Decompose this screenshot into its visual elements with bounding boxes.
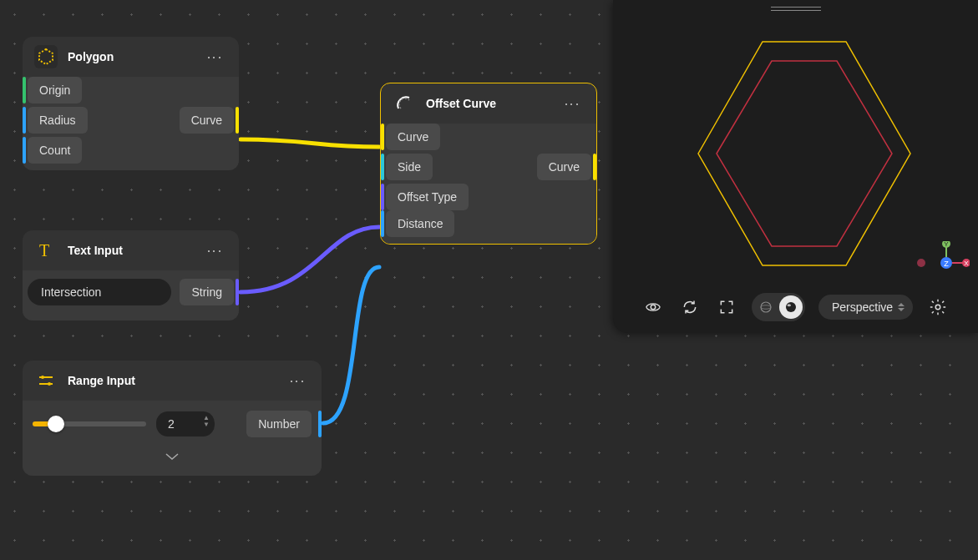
preview-canvas[interactable] xyxy=(613,0,978,333)
node-header[interactable]: Range Input ⋮ xyxy=(23,361,322,401)
port-distance[interactable]: Distance xyxy=(386,210,454,237)
outer-hexagon xyxy=(698,42,910,265)
node-title: Text Input xyxy=(68,244,192,257)
port-count[interactable]: Count xyxy=(28,137,82,164)
shading-solid-option[interactable] xyxy=(779,295,803,319)
inner-hexagon xyxy=(717,61,892,246)
node-range-input[interactable]: Range Input ⋮ 2 ▲ ▼ Number xyxy=(23,361,322,476)
polygon-icon xyxy=(34,45,58,68)
port-side[interactable]: Side xyxy=(386,154,433,180)
port-tick[interactable] xyxy=(381,154,384,180)
fullscreen-button[interactable] xyxy=(715,295,738,319)
node-menu-icon[interactable]: ⋮ xyxy=(560,95,585,113)
range-number-field[interactable]: 2 ▲ ▼ xyxy=(156,411,215,436)
range-value: 2 xyxy=(168,417,175,431)
dropdown-caret-icon xyxy=(898,303,905,311)
port-tick[interactable] xyxy=(381,184,384,210)
svg-point-16 xyxy=(787,304,791,306)
svg-point-13 xyxy=(761,302,771,312)
svg-point-14 xyxy=(761,305,771,310)
svg-point-17 xyxy=(935,305,940,310)
port-tick[interactable] xyxy=(318,411,322,437)
port-offset-type[interactable]: Offset Type xyxy=(386,184,469,210)
port-radius[interactable]: Radius xyxy=(28,107,88,134)
stepper-down-icon[interactable]: ▼ xyxy=(203,421,210,428)
svg-marker-0 xyxy=(39,49,53,64)
orbit-button[interactable] xyxy=(641,295,665,319)
port-tick[interactable] xyxy=(23,137,26,164)
view-mode-dropdown[interactable]: Perspective xyxy=(818,295,913,320)
node-title: Range Input xyxy=(68,374,275,387)
node-menu-icon[interactable]: ⋮ xyxy=(202,48,227,66)
node-header[interactable]: Offset Curve ⋮ xyxy=(381,83,596,124)
view-mode-label: Perspective xyxy=(832,300,893,314)
offset-curve-icon xyxy=(393,92,416,115)
svg-point-5 xyxy=(48,382,51,386)
node-title: Offset Curve xyxy=(426,97,550,110)
svg-text:T: T xyxy=(39,241,49,260)
port-tick[interactable] xyxy=(23,77,26,103)
node-header[interactable]: T Text Input ⋮ xyxy=(23,230,239,270)
port-curve-in[interactable]: Curve xyxy=(386,124,440,150)
node-offset-curve[interactable]: Offset Curve ⋮ Curve Side Curve Offset T… xyxy=(380,83,597,245)
range-icon xyxy=(34,369,58,392)
port-tick[interactable] xyxy=(236,279,239,305)
port-tick[interactable] xyxy=(593,154,596,180)
port-number-out[interactable]: Number xyxy=(246,411,312,437)
port-tick[interactable] xyxy=(381,124,384,150)
range-slider[interactable] xyxy=(33,421,146,426)
refresh-button[interactable] xyxy=(678,295,702,319)
node-menu-icon[interactable]: ⋮ xyxy=(285,372,310,390)
port-tick[interactable] xyxy=(236,107,239,134)
node-header[interactable]: Polygon ⋮ xyxy=(23,37,239,77)
port-origin[interactable]: Origin xyxy=(28,77,82,103)
shading-toggle[interactable] xyxy=(752,293,805,321)
text-icon: T xyxy=(34,239,58,262)
axis-z-label: Z xyxy=(944,260,949,268)
shading-wire-option[interactable] xyxy=(754,295,778,319)
expand-chevron-icon[interactable] xyxy=(28,446,317,469)
port-string-out[interactable]: String xyxy=(180,279,234,305)
axis-x-label: X xyxy=(964,260,969,267)
node-text-input[interactable]: T Text Input ⋮ Intersection String xyxy=(23,230,239,320)
svg-point-3 xyxy=(41,376,44,379)
svg-point-12 xyxy=(651,305,656,310)
text-input-field[interactable]: Intersection xyxy=(28,279,171,305)
slider-thumb[interactable] xyxy=(48,416,64,432)
svg-point-11 xyxy=(917,259,925,267)
axis-gizmo[interactable]: Z Y X xyxy=(911,241,970,283)
svg-point-15 xyxy=(786,302,796,312)
axis-y-label: Y xyxy=(944,241,949,248)
port-tick[interactable] xyxy=(381,210,384,237)
port-tick[interactable] xyxy=(23,107,26,134)
node-polygon[interactable]: Polygon ⋮ Origin Radius Curve Count xyxy=(23,37,239,170)
port-curve-out[interactable]: Curve xyxy=(537,154,591,180)
node-menu-icon[interactable]: ⋮ xyxy=(202,242,227,260)
preview-toolbar: Perspective xyxy=(613,293,978,321)
node-title: Polygon xyxy=(68,50,192,63)
preview-panel[interactable]: Z Y X Perspective xyxy=(613,0,978,333)
settings-button[interactable] xyxy=(926,295,950,319)
port-curve-out[interactable]: Curve xyxy=(180,107,234,134)
